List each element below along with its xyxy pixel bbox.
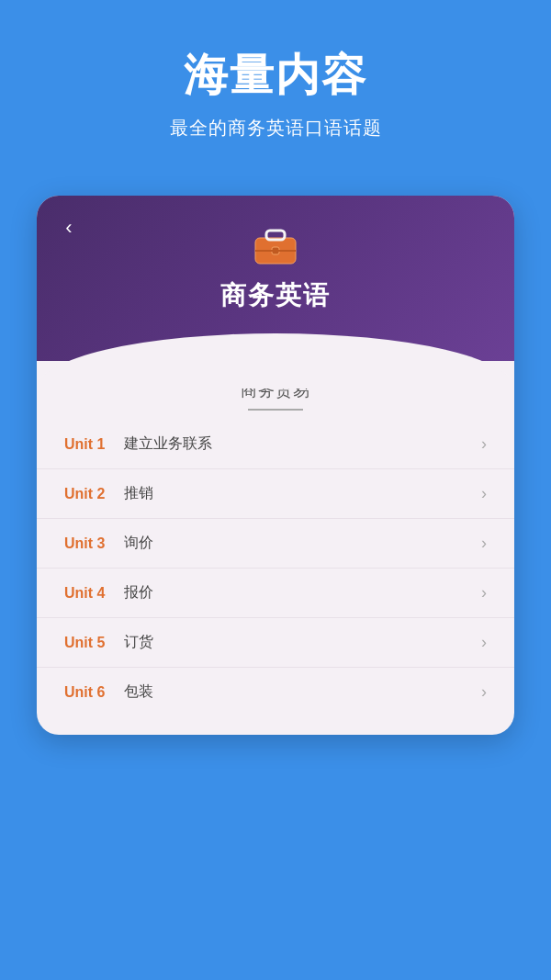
main-title: 海量内容 <box>18 46 533 105</box>
unit-text: 报价 <box>124 583 472 603</box>
unit-text: 推销 <box>124 484 472 503</box>
unit-text: 询价 <box>124 534 472 553</box>
unit-item[interactable]: Unit 5 订货 › <box>37 618 514 668</box>
unit-item[interactable]: Unit 3 询价 › <box>37 519 514 569</box>
unit-label: Unit 2 <box>64 486 124 502</box>
unit-list: Unit 1 建立业务联系 › Unit 2 推销 › Unit 3 询价 › … <box>37 420 514 716</box>
briefcase-icon <box>55 223 496 267</box>
unit-arrow-icon: › <box>481 682 487 702</box>
unit-item[interactable]: Unit 4 报价 › <box>37 569 514 618</box>
unit-text: 包装 <box>124 682 472 702</box>
unit-label: Unit 1 <box>64 436 124 453</box>
card-title: 商务英语 <box>55 278 496 313</box>
subtitle: 最全的商务英语口语话题 <box>18 116 533 141</box>
card-body: 商务贸易 Unit 1 建立业务联系 › Unit 2 推销 › Unit 3 … <box>37 361 514 735</box>
svg-rect-1 <box>266 231 285 240</box>
back-button[interactable]: ‹ <box>55 214 83 242</box>
unit-label: Unit 3 <box>64 535 124 552</box>
unit-arrow-icon: › <box>481 434 487 454</box>
top-section: 海量内容 最全的商务英语口语话题 <box>0 0 551 168</box>
section-divider <box>248 409 303 411</box>
unit-arrow-icon: › <box>481 484 487 503</box>
content-card: ‹ 商务英语 商务贸易 Unit 1 建立业务联系 › Unit 2 推销 <box>37 196 514 735</box>
unit-label: Unit 4 <box>64 585 124 602</box>
unit-item[interactable]: Unit 6 包装 › <box>37 668 514 716</box>
unit-text: 订货 <box>124 633 472 652</box>
unit-text: 建立业务联系 <box>124 434 472 454</box>
unit-item[interactable]: Unit 1 建立业务联系 › <box>37 420 514 469</box>
unit-item[interactable]: Unit 2 推销 › <box>37 469 514 519</box>
unit-arrow-icon: › <box>481 583 487 603</box>
unit-arrow-icon: › <box>481 534 487 553</box>
unit-label: Unit 5 <box>64 635 124 651</box>
card-header: ‹ 商务英语 <box>37 196 514 361</box>
unit-label: Unit 6 <box>64 684 124 701</box>
unit-arrow-icon: › <box>481 633 487 652</box>
